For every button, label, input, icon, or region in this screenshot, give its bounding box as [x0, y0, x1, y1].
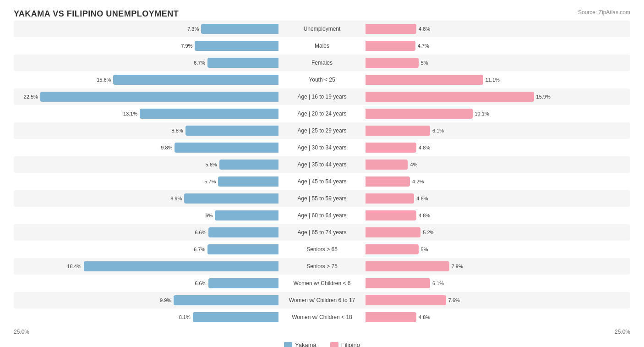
right-bar-section: 7.9% — [366, 258, 630, 275]
right-bar-section: 4.8% — [366, 139, 630, 156]
yakama-value: 6.7% — [194, 60, 205, 66]
right-bar-section: 6.1% — [366, 122, 630, 139]
right-bar-section: 15.9% — [366, 88, 630, 105]
row-label: Youth < 25 — [278, 76, 366, 84]
filipino-value: 4.7% — [418, 43, 429, 49]
filipino-bar — [366, 92, 534, 102]
yakama-bar — [174, 295, 278, 305]
filipino-value: 6.1% — [432, 281, 444, 286]
chart-row: 6.7%Females5% — [14, 55, 630, 71]
filipino-bar — [366, 41, 415, 51]
row-label: Age | 65 to 74 years — [278, 228, 366, 237]
chart-row: 6%Age | 60 to 64 years4.8% — [14, 207, 630, 224]
filipino-bar — [366, 24, 416, 34]
chart-row: 8.8%Age | 25 to 29 years6.1% — [14, 122, 630, 139]
yakama-label: Yakama — [295, 341, 317, 347]
right-bar-section: 4.8% — [366, 309, 630, 325]
yakama-bar — [184, 193, 278, 204]
yakama-value: 5.6% — [205, 162, 217, 167]
legend-yakama: Yakama — [284, 341, 317, 347]
yakama-value: 6.6% — [195, 230, 206, 235]
row-label: Women w/ Children < 18 — [278, 313, 366, 321]
left-bar-section: 5.7% — [14, 173, 278, 190]
chart-row: 18.4%Seniors > 757.9% — [14, 258, 630, 275]
legend: Yakama Filipino — [14, 341, 630, 347]
filipino-value: 4.8% — [419, 26, 430, 32]
yakama-color-swatch — [284, 342, 292, 347]
row-label: Age | 60 to 64 years — [278, 211, 366, 220]
filipino-bar — [366, 244, 419, 254]
right-bar-section: 4.7% — [366, 38, 630, 54]
chart-row: 22.5%Age | 16 to 19 years15.9% — [14, 88, 630, 105]
left-bar-section: 8.1% — [14, 309, 278, 325]
left-bar-section: 6% — [14, 207, 278, 224]
left-bar-section: 6.6% — [14, 224, 278, 241]
right-bar-section: 4.6% — [366, 190, 630, 207]
filipino-bar — [366, 126, 430, 136]
filipino-value: 10.1% — [475, 111, 489, 116]
row-label: Age | 25 to 29 years — [278, 127, 366, 135]
yakama-bar — [186, 126, 278, 136]
chart-row: 7.9%Males4.7% — [14, 38, 630, 54]
right-bar-section: 5% — [366, 241, 630, 258]
left-bar-section: 7.3% — [14, 21, 278, 37]
filipino-bar — [366, 261, 449, 271]
row-label: Age | 35 to 44 years — [278, 160, 366, 169]
left-bar-section: 8.9% — [14, 190, 278, 207]
left-bar-section: 15.6% — [14, 72, 278, 88]
chart-row: 8.9%Age | 55 to 59 years4.6% — [14, 190, 630, 207]
legend-filipino: Filipino — [330, 341, 360, 347]
yakama-bar — [175, 143, 278, 153]
chart-container: YAKAMA VS FILIPINO UNEMPLOYMENT Source: … — [0, 0, 644, 347]
yakama-bar — [208, 278, 278, 288]
row-label: Women w/ Children 6 to 17 — [278, 296, 366, 304]
filipino-value: 7.9% — [452, 264, 463, 269]
filipino-value: 5% — [421, 247, 428, 252]
filipino-color-swatch — [330, 342, 338, 347]
yakama-bar — [40, 92, 278, 102]
yakama-bar — [215, 210, 278, 220]
yakama-value: 8.1% — [179, 314, 191, 320]
yakama-bar — [195, 41, 278, 51]
right-bar-section: 4.2% — [366, 173, 630, 190]
chart-title: YAKAMA VS FILIPINO UNEMPLOYMENT — [14, 9, 179, 19]
right-bar-section: 4.8% — [366, 207, 630, 224]
filipino-bar — [366, 312, 416, 322]
yakama-bar — [218, 176, 278, 187]
left-bar-section: 9.8% — [14, 139, 278, 156]
left-bar-section: 18.4% — [14, 258, 278, 275]
chart-row: 6.6%Women w/ Children < 66.1% — [14, 275, 630, 292]
chart-rows: 7.3%Unemployment4.8%7.9%Males4.7%6.7%Fem… — [14, 21, 630, 325]
row-label: Age | 45 to 54 years — [278, 177, 366, 186]
yakama-value: 9.9% — [160, 297, 171, 303]
chart-row: 6.6%Age | 65 to 74 years5.2% — [14, 224, 630, 241]
right-bar-section: 5.2% — [366, 224, 630, 241]
filipino-value: 6.1% — [432, 128, 444, 133]
chart-source: Source: ZipAtlas.com — [578, 9, 630, 16]
row-label: Males — [278, 42, 366, 50]
yakama-value: 6.6% — [195, 281, 206, 286]
row-label: Women w/ Children < 6 — [278, 279, 366, 287]
filipino-value: 4.8% — [419, 314, 430, 320]
yakama-value: 13.1% — [123, 111, 137, 116]
filipino-bar — [366, 176, 410, 187]
yakama-value: 5.7% — [204, 179, 216, 184]
left-bar-section: 22.5% — [14, 88, 278, 105]
yakama-value: 6% — [205, 213, 213, 218]
yakama-value: 6.7% — [194, 247, 205, 252]
left-bar-section: 6.6% — [14, 275, 278, 292]
chart-row: 13.1%Age | 20 to 24 years10.1% — [14, 105, 630, 122]
left-bar-section: 8.8% — [14, 122, 278, 139]
chart-row: 5.7%Age | 45 to 54 years4.2% — [14, 173, 630, 190]
yakama-value: 15.6% — [97, 77, 111, 83]
filipino-bar — [366, 75, 483, 85]
filipino-label: Filipino — [341, 341, 360, 347]
row-label: Unemployment — [278, 25, 366, 33]
yakama-bar — [201, 24, 278, 34]
filipino-bar — [366, 295, 446, 305]
row-label: Age | 55 to 59 years — [278, 194, 366, 203]
right-bar-section: 11.1% — [366, 72, 630, 88]
axis-row: 25.0% 25.0% — [14, 326, 630, 340]
yakama-bar — [208, 227, 278, 237]
row-label: Age | 16 to 19 years — [278, 93, 366, 101]
